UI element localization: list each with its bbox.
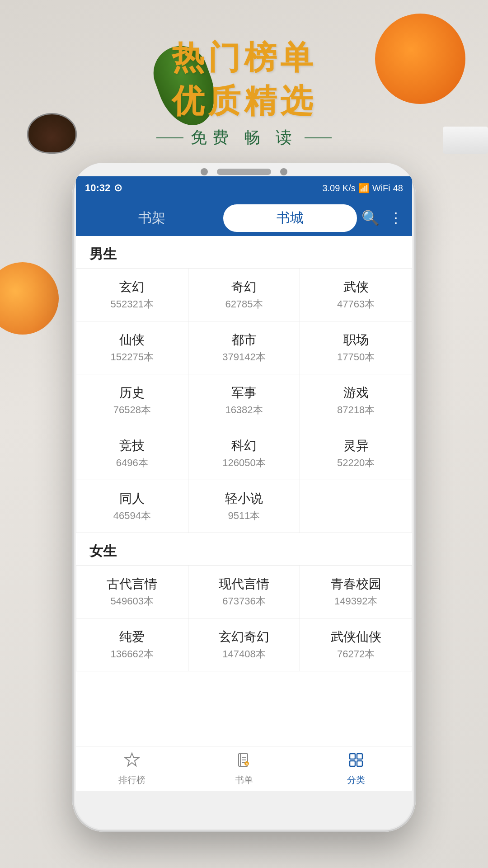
category-count: 147408本 — [193, 647, 296, 661]
category-cell-xuanhuanqihuan[interactable]: 玄幻奇幻 147408本 — [188, 618, 300, 671]
bottom-nav-booklist[interactable]: 3 书单 — [188, 752, 300, 786]
category-name: 纯爱 — [81, 628, 183, 646]
wifi-icon: WiFi — [372, 183, 390, 193]
hero-line3: 免费 畅 读 — [0, 127, 488, 149]
male-category-grid: 玄幻 552321本 奇幻 62785本 武侠 47763本 仙侠 152275… — [76, 268, 412, 533]
category-name: 都市 — [193, 331, 296, 349]
category-count: 152275本 — [81, 350, 183, 364]
female-category-grid: 古代言情 549603本 现代言情 673736本 青春校园 149392本 纯… — [76, 565, 412, 671]
category-cell-dushi[interactable]: 都市 379142本 — [188, 321, 300, 374]
category-cell-xianxia[interactable]: 仙侠 152275本 — [76, 321, 188, 374]
hero-line1: 热门榜单 — [0, 36, 488, 80]
status-bar: 10:32 ⊙ 3.09 K/s 📶 WiFi 48 — [76, 176, 412, 200]
phone-frame: 10:32 ⊙ 3.09 K/s 📶 WiFi 48 书架 书城 🔍 ⋮ 男生 — [72, 163, 416, 832]
phone-top-bar — [72, 163, 416, 176]
section-male-header: 男生 — [76, 236, 412, 268]
status-time: 10:32 — [85, 182, 110, 194]
category-name: 玄幻 — [81, 278, 183, 296]
tab-bookstore[interactable]: 书城 — [223, 204, 357, 232]
category-name: 游戏 — [305, 384, 407, 401]
category-cell-wuxia[interactable]: 武侠 47763本 — [300, 269, 412, 321]
nav-action-icons: 🔍 ⋮ — [361, 209, 403, 226]
category-count: 9511本 — [193, 509, 296, 523]
svg-marker-0 — [125, 753, 139, 766]
category-count: 87218本 — [305, 403, 407, 417]
category-cell-gudaiqing[interactable]: 古代言情 549603本 — [76, 566, 188, 618]
category-cell-xiandaiqing[interactable]: 现代言情 673736本 — [188, 566, 300, 618]
category-name: 竞技 — [81, 437, 183, 454]
category-name: 灵异 — [305, 437, 407, 454]
bottom-nav-category-label: 分类 — [347, 774, 365, 786]
category-cell-jingji[interactable]: 竞技 6496本 — [76, 427, 188, 480]
category-cell-zhichang[interactable]: 职场 17750本 — [300, 321, 412, 374]
category-cell-qingxiaoshuo[interactable]: 轻小说 9511本 — [188, 480, 300, 533]
category-count: 46594本 — [81, 509, 183, 523]
category-name: 现代言情 — [193, 576, 296, 593]
category-name: 青春校园 — [305, 576, 407, 593]
category-name: 武侠仙侠 — [305, 628, 407, 646]
star-icon — [124, 752, 140, 772]
category-name: 武侠 — [305, 278, 407, 296]
category-name: 奇幻 — [193, 278, 296, 296]
category-count: 549603本 — [81, 594, 183, 608]
category-name: 历史 — [81, 384, 183, 401]
bottom-navigation: 排行榜 3 书单 — [76, 746, 412, 791]
list-icon: 3 — [236, 752, 252, 772]
status-left: 10:32 ⊙ — [85, 182, 122, 194]
nav-bar: 书架 书城 🔍 ⋮ — [76, 200, 412, 236]
category-cell-xuanhuan[interactable]: 玄幻 552321本 — [76, 269, 188, 321]
category-cell-qihuan[interactable]: 奇幻 62785本 — [188, 269, 300, 321]
category-cell-tongren[interactable]: 同人 46594本 — [76, 480, 188, 533]
category-cell-wuxiaxianxia[interactable]: 武侠仙侠 76272本 — [300, 618, 412, 671]
tab-bookshelf[interactable]: 书架 — [85, 204, 219, 232]
category-count: 673736本 — [193, 594, 296, 608]
phone-speaker — [217, 169, 271, 175]
category-count: 379142本 — [193, 350, 296, 364]
status-right: 3.09 K/s 📶 WiFi 48 — [322, 183, 403, 193]
network-speed: 3.09 K/s — [322, 183, 355, 193]
section-female-header: 女生 — [76, 533, 412, 565]
category-name: 军事 — [193, 384, 296, 401]
category-count: 16382本 — [193, 403, 296, 417]
category-count: 136662本 — [81, 647, 183, 661]
grid-icon — [348, 752, 364, 772]
battery-level: 48 — [393, 183, 403, 193]
category-name: 科幻 — [193, 437, 296, 454]
bottom-nav-ranking[interactable]: 排行榜 — [76, 752, 188, 786]
category-cell-lingyi[interactable]: 灵异 52220本 — [300, 427, 412, 480]
bottom-nav-ranking-label: 排行榜 — [118, 774, 145, 786]
main-content: 男生 玄幻 552321本 奇幻 62785本 武侠 47763本 仙侠 — [76, 236, 412, 746]
search-icon[interactable]: 🔍 — [361, 209, 380, 226]
category-cell-qingchun[interactable]: 青春校园 149392本 — [300, 566, 412, 618]
category-cell-lishi[interactable]: 历史 76528本 — [76, 374, 188, 427]
camera-dot-left — [201, 168, 208, 175]
category-count: 17750本 — [305, 350, 407, 364]
more-icon[interactable]: ⋮ — [389, 209, 403, 226]
bottom-nav-category[interactable]: 分类 — [300, 752, 412, 786]
clock-icon: ⊙ — [114, 182, 122, 194]
category-count: 149392本 — [305, 594, 407, 608]
category-name: 同人 — [81, 490, 183, 507]
category-count: 76528本 — [81, 403, 183, 417]
category-cell-chunai[interactable]: 纯爱 136662本 — [76, 618, 188, 671]
category-name: 仙侠 — [81, 331, 183, 349]
category-cell-kehuan[interactable]: 科幻 126050本 — [188, 427, 300, 480]
category-name: 轻小说 — [193, 490, 296, 507]
category-name: 玄幻奇幻 — [193, 628, 296, 646]
category-count: 52220本 — [305, 456, 407, 470]
category-name: 职场 — [305, 331, 407, 349]
signal-icon: 📶 — [358, 183, 370, 193]
bottom-nav-booklist-label: 书单 — [235, 774, 253, 786]
category-cell-youxi[interactable]: 游戏 87218本 — [300, 374, 412, 427]
category-cell-junshi[interactable]: 军事 16382本 — [188, 374, 300, 427]
camera-dot-right — [280, 168, 287, 175]
category-name: 古代言情 — [81, 576, 183, 593]
category-cell-empty — [300, 480, 412, 533]
category-count: 6496本 — [81, 456, 183, 470]
svg-rect-10 — [350, 761, 355, 766]
hero-banner: 热门榜单 优质精选 免费 畅 读 — [0, 36, 488, 149]
svg-text:3: 3 — [246, 762, 248, 766]
svg-rect-9 — [357, 754, 362, 759]
category-count: 62785本 — [193, 297, 296, 311]
hero-line2: 优质精选 — [0, 80, 488, 123]
